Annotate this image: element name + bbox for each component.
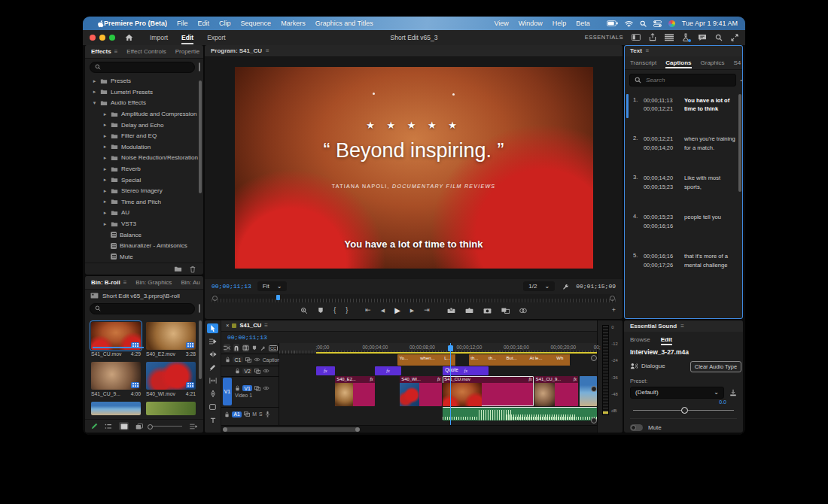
comparison-view-icon[interactable] [501,308,510,314]
close-sequence-icon[interactable]: × [226,322,229,329]
menu-graphics-titles[interactable]: Graphics and Titles [315,20,373,27]
menu-file[interactable]: File [177,20,188,27]
chevron-right-icon[interactable]: ▸ [102,199,108,205]
chevron-right-icon[interactable]: ▸ [102,111,108,117]
app-status-icon[interactable] [668,20,675,27]
chevron-right-icon[interactable]: ▸ [92,78,97,84]
caption-row[interactable]: 1. 00;00;11;1300;00;12;21 You have a lot… [624,94,743,116]
tab-bin-audio[interactable]: Bin: Au [176,276,203,289]
tree-item[interactable]: ▸Modulation [85,141,203,153]
chevron-right-icon[interactable]: ▸ [102,177,108,183]
lift-icon[interactable] [447,308,455,314]
nav-import[interactable]: Import [144,32,174,44]
tab-properties[interactable]: Propertie [171,45,203,58]
extract-icon[interactable] [465,308,473,314]
eye-icon[interactable] [254,357,260,362]
more-options-icon[interactable]: ··· [739,74,743,87]
clip-thumbnail[interactable] [91,362,141,390]
razor-tool[interactable] [207,363,218,372]
source-patch-v1[interactable]: V1 [223,378,232,405]
tree-item[interactable]: ▸Filter and EQ [85,130,203,141]
timeline-current-timecode[interactable]: 00;00;11;13 [227,334,267,341]
panel-menu-icon[interactable]: ≡ [123,279,127,286]
tree-item[interactable]: Balance [85,229,203,241]
slip-tool[interactable] [207,376,218,386]
chevron-right-icon[interactable]: ▸ [102,166,108,172]
workspace-label[interactable]: ESSENTIALS [585,34,623,41]
mute-track-button[interactable]: M [252,411,257,417]
track-header-c1[interactable]: C1 Captions [221,354,279,366]
menu-edit[interactable]: Edit [198,20,210,27]
export-frame-icon[interactable] [483,308,492,314]
tree-item[interactable]: ▸VST3 [85,218,203,229]
program-scrubber[interactable] [212,294,616,302]
nav-edit[interactable]: Edit [175,32,199,44]
delete-icon[interactable] [190,266,196,273]
chevron-down-icon[interactable]: ▾ [92,100,97,106]
track-header-v1[interactable]: V1 V1 Video [221,376,279,407]
caption-row[interactable]: 3. 00;00;14;2000;00;15;23 Like with most… [624,172,743,193]
tree-item[interactable]: ▸Noise Reduction/Restoration [85,153,203,164]
bin-clip-s41-cu-9[interactable]: S41_CU_9...4:00 [91,362,141,397]
goto-in-icon[interactable]: ⇤ [365,307,371,314]
effects-search-input[interactable] [104,63,190,71]
automate-to-sequence-icon[interactable] [190,424,197,430]
scrub-end-knob[interactable] [610,296,615,301]
minimize-window-button[interactable] [99,35,105,41]
zoom-level-dropdown[interactable]: Fit⌄ [257,281,288,291]
hscroll-thumb[interactable] [224,427,359,432]
bin-breadcrumb[interactable]: Short Edit v65_3.prproj\B-roll [85,290,203,300]
bin-clip-s41-cu[interactable]: S41_CU.mov4:29 [91,322,141,357]
tree-item[interactable]: Mute [85,251,203,263]
chevron-right-icon[interactable]: ▸ [102,133,108,139]
control-center-icon[interactable] [653,20,662,27]
timeline-playhead[interactable] [450,343,451,426]
program-playhead[interactable] [276,295,280,300]
snap-magnet-icon[interactable] [233,344,239,352]
clip-thumbnail[interactable] [91,402,141,415]
sync-lock-icon[interactable] [254,386,260,391]
thumbnail-view-icon[interactable] [119,422,129,430]
mute-toggle[interactable] [630,424,643,431]
list-view-icon[interactable] [105,424,112,430]
bin-clip-s40-wi[interactable]: S40_WI.mov4:21 [146,362,196,397]
preset-dropdown[interactable]: (Default)⌄ [630,387,724,399]
chevron-right-icon[interactable]: ▸ [102,221,108,227]
program-current-timecode[interactable]: 00;00;11;13 [212,283,251,290]
mic-icon[interactable] [265,411,270,417]
track-badge-a1[interactable]: A1 [232,411,242,417]
panel-menu-icon[interactable]: ≡ [646,47,650,54]
search-icon[interactable] [715,34,723,41]
fullscreen-icon[interactable] [731,34,738,41]
lock-icon[interactable] [235,368,240,374]
timeline-ruler[interactable]: ;00;00 00;00;04;00 00;00;08;00 00;00;12;… [279,343,597,354]
tree-item[interactable]: ▸Delay and Echo [85,120,203,131]
volume-slider[interactable] [633,410,734,411]
beta-feedback-icon[interactable] [682,33,689,41]
track-badge-v2[interactable]: V2 [242,368,252,374]
ripple-edit-tool[interactable] [207,350,218,360]
tab-transcript[interactable]: Transcript [626,56,661,69]
video-clip-s41-cu[interactable]: S41_CU.movfx [443,376,533,406]
menu-markers[interactable]: Markers [281,20,306,27]
caption-clip[interactable]: th... [487,354,507,366]
mark-out-icon[interactable]: } [346,307,348,314]
tab-bin-graphics[interactable]: Bin: Graphics [131,276,176,289]
insert-overwrite-icon[interactable] [224,344,230,352]
step-back-icon[interactable]: ◀ [381,308,385,313]
clear-audio-type-button[interactable]: Clear Audio Type [690,361,741,372]
bin-clip-s40-e2[interactable]: S40_E2.mov3:28 [146,322,196,357]
thumbnail-zoom-slider[interactable] [151,426,182,427]
edit-pencil-icon[interactable] [91,423,98,430]
clip-thumbnail[interactable] [91,322,141,350]
hover-scrub-icon[interactable] [135,424,144,430]
chevron-right-icon[interactable]: ▸ [102,144,108,150]
track-badge-v1[interactable]: V1 [242,385,252,391]
tab-effect-controls[interactable]: Effect Controls [122,45,170,58]
sync-lock-icon[interactable] [244,411,250,417]
play-icon[interactable]: ▶ [394,307,400,314]
linked-selection-icon[interactable] [242,344,249,352]
track-header-a1[interactable]: A1 M S [221,407,279,421]
tree-item[interactable]: ▸Reverb [85,163,203,175]
caption-row[interactable]: 4. 00;00;15;2300;00;16;16 people tell yo… [624,211,743,232]
